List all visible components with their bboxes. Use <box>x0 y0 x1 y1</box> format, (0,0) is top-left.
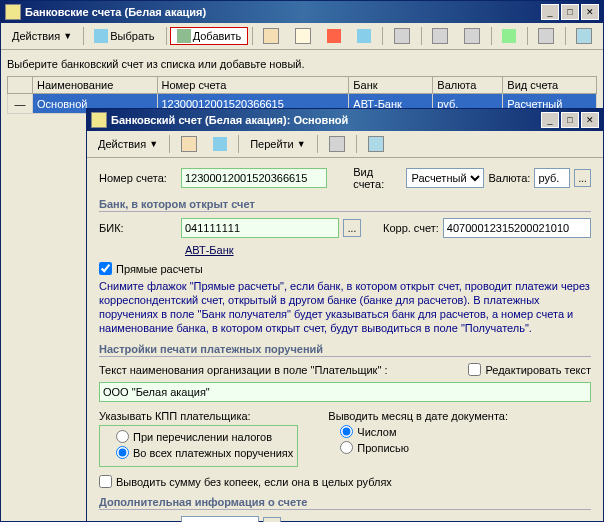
add-button[interactable]: Добавить <box>170 27 249 45</box>
delete-icon <box>327 29 341 43</box>
child-titlebar[interactable]: Банковский счет (Белая акация): Основной… <box>87 109 603 131</box>
payer-text-input[interactable] <box>99 382 591 402</box>
bik-input[interactable] <box>181 218 339 238</box>
child-actions-menu[interactable]: Действия▼ <box>91 136 165 152</box>
currency-input[interactable] <box>534 168 570 188</box>
section-print: Настройки печати платежных поручений <box>99 343 591 357</box>
col-number[interactable]: Номер счета <box>157 77 349 94</box>
edit-text-checkbox[interactable] <box>468 363 481 376</box>
label-corr: Корр. счет: <box>383 222 439 234</box>
label-acct-type: Вид счета: <box>353 166 402 190</box>
gear-icon <box>329 136 345 152</box>
hint-text: Выберите банковский счет из списка или д… <box>7 58 597 70</box>
currency-picker[interactable]: ... <box>574 169 591 187</box>
col-marker[interactable] <box>8 77 33 94</box>
child-title: Банковский счет (Белая акация): Основной <box>111 114 541 126</box>
toolbar-settings[interactable] <box>531 26 561 46</box>
maximize-button[interactable]: □ <box>561 4 579 20</box>
col-currency[interactable]: Валюта <box>433 77 503 94</box>
label-no-kop: Выводить сумму без копеек, если она в це… <box>116 476 392 488</box>
child-toolbar: Действия▼ Перейти▼ <box>87 131 603 158</box>
filter-off-icon <box>464 28 480 44</box>
actions-menu[interactable]: Действия▼ <box>5 28 79 44</box>
main-title: Банковские счета (Белая акация) <box>25 6 541 18</box>
radio-number[interactable] <box>340 425 353 438</box>
col-type[interactable]: Вид счета <box>503 77 597 94</box>
corr-input[interactable] <box>443 218 591 238</box>
bik-picker[interactable]: ... <box>343 219 361 237</box>
toolbar-edit[interactable] <box>288 26 318 46</box>
radio-all[interactable] <box>116 446 129 459</box>
help-text: Снимите флажок "Прямые расчеты", если ба… <box>99 279 591 335</box>
col-bank[interactable]: Банк <box>349 77 433 94</box>
arrow-icon <box>213 137 227 151</box>
open-date-input[interactable] <box>181 516 259 522</box>
toolbar-help[interactable] <box>569 26 599 46</box>
toolbar-move[interactable] <box>350 27 378 45</box>
child-close[interactable]: ✕ <box>581 112 599 128</box>
save-icon <box>181 136 197 152</box>
main-toolbar: Действия▼ Выбрать Добавить <box>1 23 603 50</box>
radio-word[interactable] <box>340 441 353 454</box>
child-sel[interactable] <box>206 135 234 153</box>
question-icon <box>368 136 384 152</box>
select-button[interactable]: Выбрать <box>87 27 161 45</box>
col-name[interactable]: Наименование <box>33 77 158 94</box>
label-edit-text: Редактировать текст <box>485 364 591 376</box>
label-direct: Прямые расчеты <box>116 263 203 275</box>
toolbar-filter-off[interactable] <box>457 26 487 46</box>
goto-menu[interactable]: Перейти▼ <box>243 136 313 152</box>
label-acct-no: Номер счета: <box>99 172 177 184</box>
child-help[interactable] <box>361 134 391 154</box>
select-icon <box>94 29 108 43</box>
close-button[interactable]: ✕ <box>581 4 599 20</box>
minimize-button[interactable]: _ <box>541 4 559 20</box>
form-icon <box>91 112 107 128</box>
child-window: Банковский счет (Белая акация): Основной… <box>86 108 604 522</box>
bank-link[interactable]: АВТ-Банк <box>185 244 234 256</box>
no-kopecks-checkbox[interactable] <box>99 475 112 488</box>
child-minimize[interactable]: _ <box>541 112 559 128</box>
label-currency: Валюта: <box>488 172 530 184</box>
acct-no-input[interactable] <box>181 168 327 188</box>
child-gear[interactable] <box>322 134 352 154</box>
child-maximize[interactable]: □ <box>561 112 579 128</box>
app-icon <box>5 4 21 20</box>
toolbar-sort[interactable] <box>387 26 417 46</box>
label-kpp: Указывать КПП плательщика: <box>99 410 298 422</box>
move-icon <box>357 29 371 43</box>
section-bank: Банк, в котором открыт счет <box>99 198 591 212</box>
acct-type-select[interactable]: Расчетный <box>406 168 484 188</box>
plus-icon <box>177 29 191 43</box>
edit-icon <box>295 28 311 44</box>
help-icon <box>576 28 592 44</box>
radio-tax[interactable] <box>116 430 129 443</box>
refresh-icon <box>502 29 516 43</box>
toolbar-copy[interactable] <box>256 26 286 46</box>
direct-checkbox[interactable] <box>99 262 112 275</box>
date-picker-button[interactable]: ▦ <box>263 517 281 522</box>
filter-icon <box>432 28 448 44</box>
sort-icon <box>394 28 410 44</box>
label-month: Выводить месяц в дате документа: <box>328 410 508 422</box>
child-save[interactable] <box>174 134 204 154</box>
label-bik: БИК: <box>99 222 177 234</box>
label-payer-text: Текст наименования организации в поле "П… <box>99 364 464 376</box>
row-marker: — <box>8 94 33 114</box>
toolbar-refresh[interactable] <box>495 27 523 45</box>
settings-icon <box>538 28 554 44</box>
section-extra: Дополнительная информация о счете <box>99 496 591 510</box>
copy-icon <box>263 28 279 44</box>
main-titlebar[interactable]: Банковские счета (Белая акация) _ □ ✕ <box>1 1 603 23</box>
toolbar-delete[interactable] <box>320 27 348 45</box>
toolbar-filter[interactable] <box>425 26 455 46</box>
